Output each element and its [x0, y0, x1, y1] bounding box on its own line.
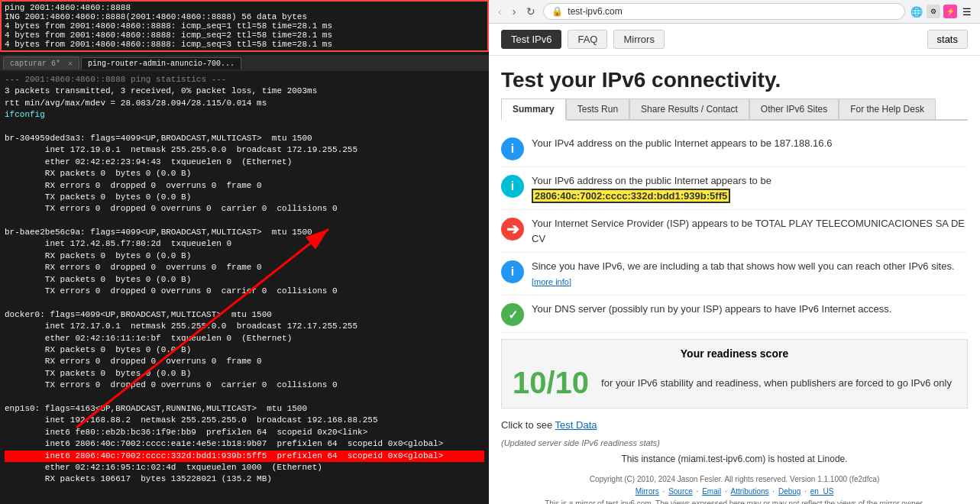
ping-line-5: 4 bytes from 2001:4860:4860::8888: icmp_…: [5, 40, 484, 49]
ipv6-address-highlighted: 2806:40c:7002:cccc:332d:bdd1:939b:5ff5: [532, 189, 730, 203]
isp-info-text: Your Internet Service Provider (ISP) app…: [532, 216, 968, 246]
footer-links: Mirrors · Source · Email · Attributions …: [501, 486, 968, 498]
footer-link-email[interactable]: Email: [702, 487, 721, 496]
term-line-enp-inet6-3-highlighted: inet6 2806:40c:7002:cccc:332d:bdd1:939b:…: [5, 451, 484, 462]
term-line-br2-txe: TX errors 0 dropped 0 overruns 0 carrier…: [5, 286, 484, 297]
hosted-text: This instance (miami.test-ipv6.com) is h…: [489, 451, 980, 467]
address-bar[interactable]: 🔒 test-ipv6.com: [543, 3, 905, 20]
term-line-docker-inet: inet 172.17.0.1 netmask 255.255.0.0 broa…: [5, 321, 484, 332]
dns-info-text: Your DNS server (possibly run by your IS…: [532, 302, 891, 317]
term-line-enp-rxp: RX packets 106617 bytes 135228021 (135.2…: [5, 473, 484, 485]
hosted-label: This instance (miami.test-ipv6.com) is h…: [621, 454, 847, 464]
readiness-box: Your readiness score 10/10 for your IPv6…: [501, 339, 968, 409]
translate-icon[interactable]: 🌐: [910, 5, 923, 18]
footer-link-lang[interactable]: en_US: [810, 487, 834, 496]
moreinfo-main: Since you have IPv6, we are including a …: [532, 260, 955, 272]
term-line-br1-rxp: RX packets 0 bytes 0 (0.0 B): [5, 168, 484, 179]
term-line-docker-txe: TX errors 0 dropped 0 overruns 0 carrier…: [5, 380, 484, 391]
term-line-enp-inet: inet 192.168.88.2 netmask 255.255.255.0 …: [5, 415, 484, 426]
term-line-ifconfig: ifconfig: [5, 109, 484, 121]
term-line-docker-rxp: RX packets 0 bytes 0 (0.0 B): [5, 344, 484, 356]
term-line-br2-rxe: RX errors 0 dropped 0 overruns 0 frame 0: [5, 262, 484, 273]
terminal-tab-2[interactable]: ping-router-admin-anuncio-700...: [81, 57, 241, 69]
term-line-br1: br-304959ded3a3: flags=4099<UP,BROADCAST…: [5, 133, 484, 144]
more-info-link[interactable]: [more info]: [532, 277, 571, 286]
moreinfo-text: Since you have IPv6, we are including a …: [532, 259, 968, 289]
stats-button[interactable]: stats: [927, 30, 968, 49]
term-line-rtt: rtt min/avg/max/mdev = 28.083/28.094/28.…: [5, 98, 484, 109]
ping-line-1: ping 2001:4860:4860::8888: [5, 3, 484, 12]
moreinfo-item: i Since you have IPv6, we are including …: [501, 253, 968, 296]
ipv4-text: Your IPv4 address on the public Internet…: [532, 137, 832, 149]
test-data-section: Click to see Test Data: [489, 415, 980, 435]
browser-toolbar-icons: 🌐 ⚙ ⚡ ☰: [910, 5, 974, 18]
tab-summary[interactable]: Summary: [501, 99, 566, 121]
ext-icon-2[interactable]: ⚡: [943, 5, 957, 18]
dns-check-icon: ✓: [501, 303, 524, 326]
terminal-content: --- 2001:4860:4860::8888 ping statistics…: [0, 71, 489, 489]
term-line-br2: br-baee2be56c9a: flags=4099<UP,BROADCAST…: [5, 227, 484, 238]
updated-text: (Updated server side IPv6 readiness stat…: [489, 435, 980, 451]
test-data-link[interactable]: Test Data: [555, 419, 597, 431]
nav-test-ipv6[interactable]: Test IPv6: [501, 30, 561, 49]
close-icon[interactable]: ✕: [68, 60, 73, 68]
readiness-content: 10/10 for your IPv6 stability and readin…: [513, 366, 956, 400]
website-content: Test IPv6 FAQ Mirrors stats Test your IP…: [489, 24, 980, 504]
tab-share-results[interactable]: Share Results / Contact: [629, 99, 749, 119]
ping-line-2: ING 2001:4860:4860::8888(2001:4860:4860:…: [5, 12, 484, 21]
ext-icon-3[interactable]: ☰: [960, 5, 974, 18]
ext-icon-1[interactable]: ⚙: [927, 5, 940, 18]
dns-info-item: ✓ Your DNS server (possibly run by your …: [501, 296, 968, 333]
mirror-note: This is a mirror of test-ipv6.com. The v…: [501, 498, 968, 504]
ipv6-info-item: i Your IPv6 address on the public Intern…: [501, 167, 968, 210]
info-tabs: Summary Tests Run Share Results / Contac…: [501, 99, 968, 121]
ipv6-text-before: Your IPv6 address on the public Internet…: [532, 175, 771, 186]
term-line-docker-txp: TX packets 0 bytes 0 (0.0 B): [5, 368, 484, 380]
terminal-tab-1[interactable]: capturar 6* ✕: [3, 57, 79, 69]
url-text: test-ipv6.com: [568, 6, 622, 17]
forward-button[interactable]: ›: [509, 4, 519, 19]
tab-tests-run[interactable]: Tests Run: [566, 99, 629, 119]
browser-panel: ‹ › ↻ 🔒 test-ipv6.com 🌐 ⚙ ⚡ ☰ Test IPv6 …: [489, 0, 980, 504]
tab-other-ipv6[interactable]: Other IPv6 Sites: [749, 99, 839, 119]
term-line-empty-1: [5, 121, 484, 133]
ipv4-info-item: i Your IPv4 address on the public Intern…: [501, 130, 968, 167]
test-data-prefix: Click to see: [501, 419, 552, 431]
tab-help-desk[interactable]: For the Help Desk: [839, 99, 936, 119]
footer-link-mirrors[interactable]: Mirrors: [636, 487, 659, 496]
terminal-panel: ping 2001:4860:4860::8888 ING 2001:4860:…: [0, 0, 489, 504]
nav-faq[interactable]: FAQ: [568, 30, 607, 49]
isp-info-item: ➔ Your Internet Service Provider (ISP) a…: [501, 210, 968, 253]
footer-link-source[interactable]: Source: [668, 487, 693, 496]
isp-arrow-icon: ➔: [501, 218, 524, 241]
term-line-enp-inet6-1: inet6 fe80::eb2b:bc36:1f9e:bb9 prefixlen…: [5, 427, 484, 438]
ipv4-info-text: Your IPv4 address on the public Internet…: [532, 136, 832, 151]
term-line-empty-2: [5, 215, 484, 227]
ipv6-info-text: Your IPv6 address on the public Internet…: [532, 173, 771, 203]
footer-link-debug[interactable]: Debug: [778, 487, 800, 496]
nav-mirrors[interactable]: Mirrors: [613, 30, 664, 49]
terminal-tab-bar: capturar 6* ✕ ping-router-admin-anuncio-…: [0, 55, 489, 71]
ping-line-3: 4 bytes from 2001:4860:4860::8888: icmp_…: [5, 21, 484, 31]
readiness-title: Your readiness score: [513, 347, 956, 360]
refresh-button[interactable]: ↻: [523, 4, 539, 19]
term-line-br1-txp: TX packets 0 bytes 0 (0.0 B): [5, 192, 484, 203]
info-section: i Your IPv4 address on the public Intern…: [489, 130, 980, 333]
term-line-docker-ether: ether 02:42:16:11:1e:bf txqueuelen 0 (Et…: [5, 333, 484, 344]
term-line-enp-inet6-2: inet6 2806:40c:7002:cccc:ea1e:4e5e:1b18:…: [5, 438, 484, 450]
footer: Copyright (C) 2010, 2024 Jason Fesler. A…: [489, 467, 980, 504]
term-line-br1-rxe: RX errors 0 dropped 0 overruns 0 frame 0: [5, 180, 484, 192]
stats-line: --- 2001:4860:4860::8888 ping statistics…: [5, 74, 484, 86]
ipv6-info-icon: i: [501, 175, 524, 198]
browser-chrome: ‹ › ↻ 🔒 test-ipv6.com 🌐 ⚙ ⚡ ☰: [489, 0, 980, 24]
term-line-enp: enp1s0: flags=4163<UP,BROADCAST,RUNNING,…: [5, 403, 484, 415]
page-title: Test your IPv6 connectivity.: [489, 56, 980, 99]
term-line-enp-ether: ether 02:42:16:95:1c:02:4d txqueuelen 10…: [5, 462, 484, 473]
site-nav: Test IPv6 FAQ Mirrors stats: [489, 24, 980, 56]
ipv4-info-icon: i: [501, 137, 524, 160]
back-button[interactable]: ‹: [495, 4, 505, 19]
footer-link-attributions[interactable]: Attributions: [731, 487, 769, 496]
term-line-docker-rxe: RX errors 0 dropped 0 overruns 0 frame 0: [5, 356, 484, 367]
term-line-empty-4: [5, 392, 484, 403]
term-line-empty-3: [5, 297, 484, 309]
